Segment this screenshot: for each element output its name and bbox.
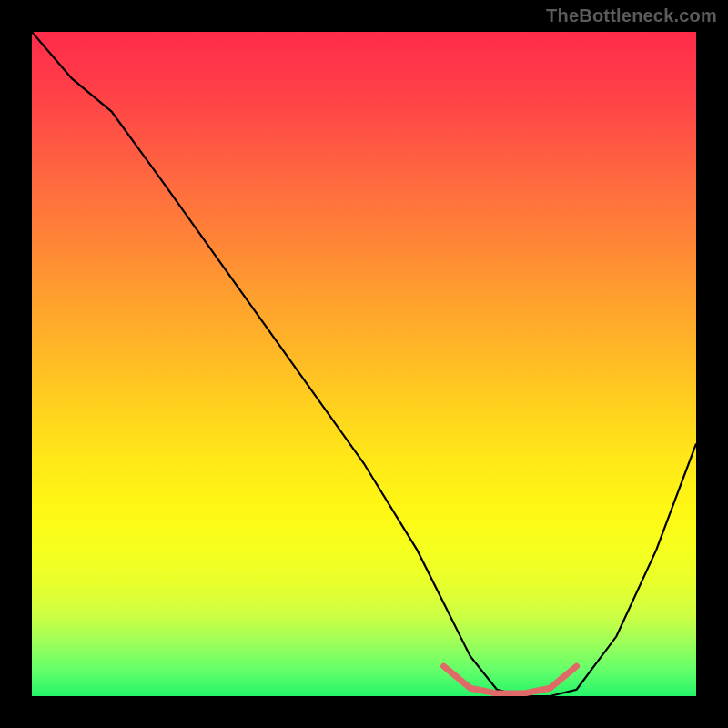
chart-frame: TheBottleneck.com [0, 0, 728, 728]
watermark-text: TheBottleneck.com [546, 5, 717, 26]
series-bottom-marker [444, 666, 577, 693]
chart-svg [32, 32, 696, 696]
series-main-curve [32, 32, 696, 696]
plot-area [32, 32, 696, 696]
